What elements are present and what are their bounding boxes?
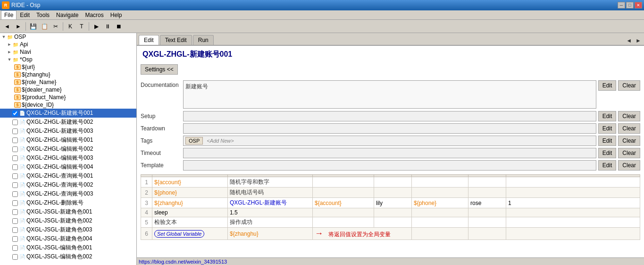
tab-edit[interactable]: Edit xyxy=(139,35,159,45)
template-edit-button[interactable]: Edit xyxy=(598,160,617,171)
tab-text-edit[interactable]: Text Edit xyxy=(160,35,192,45)
table-row[interactable]: 2 ${phone} 随机电话号码 xyxy=(141,188,640,198)
settings-button[interactable]: Settings << xyxy=(141,64,178,75)
test-checkbox-je002[interactable] xyxy=(12,254,18,260)
tree-test-001[interactable]: 📄 QXGL-ZHGL-新建账号001 xyxy=(0,109,136,118)
toggle-icon: ► xyxy=(7,49,12,55)
toolbar-pause[interactable]: ⏸ xyxy=(102,21,113,32)
tree-item-osp[interactable]: ▼ 📁 *Osp xyxy=(0,56,136,63)
menu-edit[interactable]: Edit xyxy=(17,10,33,20)
setup-input[interactable] xyxy=(183,111,596,121)
tree-test-jsgl002[interactable]: 📄 QXGL-JSGL-新建角色002 xyxy=(0,216,136,225)
test-checkbox-e004[interactable] xyxy=(12,164,18,170)
tree-item-api[interactable]: ► 📁 Api xyxy=(0,41,136,48)
test-icon: 📄 xyxy=(19,119,25,126)
setup-edit-button[interactable]: Edit xyxy=(598,111,617,121)
table-row[interactable]: 3 ${zhanghu} QXGL-ZHGL-新建账号 ${account} l… xyxy=(141,198,640,208)
test-checkbox-q002[interactable] xyxy=(12,182,18,188)
toolbar-copy[interactable]: 📋 xyxy=(39,21,50,32)
tab-nav-prev[interactable]: ◄ xyxy=(625,37,633,44)
test-checkbox-del[interactable] xyxy=(12,200,18,206)
timeout-clear-button[interactable]: Clear xyxy=(618,148,640,158)
test-checkbox-003[interactable] xyxy=(12,128,18,134)
tree-test-query002[interactable]: 📄 QXGL-ZHGL-查询账号002 xyxy=(0,180,136,189)
tree-test-jsgl-edit002[interactable]: 📄 QXGL-JSGL-编辑角色002 xyxy=(0,252,136,261)
table-row[interactable]: 6 Set Global Variable ${zhanghu} → 将返回值设… xyxy=(141,228,640,240)
tab-nav-next[interactable]: ► xyxy=(635,37,642,44)
tree-test-002[interactable]: 📄 QXGL-ZHGL-新建账号002 xyxy=(0,118,136,127)
row-keyword-3: ${zhanghu} xyxy=(152,198,228,208)
tree-var-role[interactable]: $ ${role_Name} xyxy=(0,78,136,86)
menu-file[interactable]: File xyxy=(1,10,17,20)
tab-run[interactable]: Run xyxy=(193,35,214,45)
test-checkbox-002[interactable] xyxy=(12,120,18,125)
tags-clear-button[interactable]: Clear xyxy=(618,136,640,146)
toolbar-cut[interactable]: ✂ xyxy=(50,21,61,32)
test-checkbox-e001[interactable] xyxy=(12,137,18,143)
tree-var-product[interactable]: $ ${product_Name} xyxy=(0,94,136,101)
tree-test-jsgl-edit001[interactable]: 📄 QXGL-JSGL-编辑角色001 xyxy=(0,243,136,252)
teardown-edit-button[interactable]: Edit xyxy=(598,123,617,134)
teardown-clear-button[interactable]: Clear xyxy=(618,123,640,134)
toolbar-run[interactable]: ▶ xyxy=(91,21,101,32)
tree-test-edit001[interactable]: 📄 QXGL-ZHGL-编辑账号001 xyxy=(0,136,136,145)
tree-var-device[interactable]: $ ${device_ID} xyxy=(0,101,136,109)
test-checkbox-j004[interactable] xyxy=(12,236,18,242)
tree-test-edit004[interactable]: 📄 QXGL-ZHGL-编辑账号004 xyxy=(0,162,136,171)
teardown-input[interactable] xyxy=(183,123,596,134)
timeout-edit-button[interactable]: Edit xyxy=(598,148,617,158)
tree-test-jsgl001[interactable]: 📄 QXGL-JSGL-新建角色001 xyxy=(0,207,136,216)
table-row[interactable]: 1 ${account} 随机字母和数字 xyxy=(141,177,640,188)
test-checkbox-q001[interactable] xyxy=(12,173,18,179)
table-row[interactable]: 4 sleep 1.5 xyxy=(141,208,640,217)
tree-label-url: ${url} xyxy=(22,64,35,70)
app-icon: R xyxy=(2,1,9,9)
tree-var-dealer[interactable]: $ ${dealer_name} xyxy=(0,86,136,94)
menu-help[interactable]: Help xyxy=(107,10,125,20)
tree-test-delete[interactable]: 📄 QXGL-ZHGL-删除账号 xyxy=(0,198,136,207)
maximize-button[interactable]: □ xyxy=(626,2,634,9)
menu-macros[interactable]: Macros xyxy=(82,10,107,20)
close-button[interactable]: ✕ xyxy=(635,2,642,9)
tree-test-jsgl004[interactable]: 📄 QXGL-JSGL-新建角色004 xyxy=(0,234,136,243)
tags-edit-button[interactable]: Edit xyxy=(598,136,617,146)
tree-test-jsgl003[interactable]: 📄 QXGL-JSGL-新建角色003 xyxy=(0,225,136,234)
tree-test-query001[interactable]: 📄 QXGL-ZHGL-查询账号001 xyxy=(0,171,136,180)
test-checkbox-q003[interactable] xyxy=(12,191,18,197)
doc-edit-button[interactable]: Edit xyxy=(598,80,617,91)
timeout-input[interactable] xyxy=(183,148,596,158)
test-checkbox-001[interactable] xyxy=(12,111,18,116)
menu-tools[interactable]: Tools xyxy=(33,10,53,20)
tree-test-query003[interactable]: 📄 QXGL-ZHGL-查询账号003 xyxy=(0,189,136,198)
tree-test-edit002[interactable]: 📄 QXGL-ZHGL-编辑账号002 xyxy=(0,145,136,154)
add-tag-input[interactable]: <Add New> xyxy=(207,138,234,144)
doc-clear-button[interactable]: Clear xyxy=(618,80,640,91)
tree-label-j004: QXGL-JSGL-新建角色004 xyxy=(26,235,92,243)
tree-test-003[interactable]: 📄 QXGL-ZHGL-新建账号003 xyxy=(0,127,136,136)
tree-root-osp[interactable]: ▼ 📁 OSP xyxy=(0,33,136,41)
toolbar-back[interactable]: ◄ xyxy=(2,21,12,32)
toolbar-stop[interactable]: ⏹ xyxy=(114,21,124,32)
test-checkbox-j001[interactable] xyxy=(12,209,18,215)
toolbar-t[interactable]: T xyxy=(76,21,87,32)
test-checkbox-je001[interactable] xyxy=(12,245,18,251)
tree-var-url[interactable]: $ ${url} xyxy=(0,63,136,71)
setup-clear-button[interactable]: Clear xyxy=(618,111,640,121)
table-row[interactable]: 5 检验文本 操作成功 xyxy=(141,217,640,228)
test-checkbox-e002[interactable] xyxy=(12,146,18,152)
status-bar: https://blog.csdn.net/weixin_34391513 xyxy=(137,257,644,265)
minimize-button[interactable]: ─ xyxy=(618,2,625,9)
tree-item-navi[interactable]: ► 📁 Navi xyxy=(0,48,136,56)
test-checkbox-j002[interactable] xyxy=(12,218,18,224)
test-checkbox-j003[interactable] xyxy=(12,227,18,233)
toolbar-save[interactable]: 💾 xyxy=(28,21,38,32)
template-clear-button[interactable]: Clear xyxy=(618,160,640,171)
template-input[interactable] xyxy=(183,160,596,171)
tree-test-edit003[interactable]: 📄 QXGL-ZHGL-编辑账号003 xyxy=(0,154,136,162)
toolbar-k[interactable]: K xyxy=(65,21,75,32)
tree-var-zhanghu[interactable]: $ ${zhanghu} xyxy=(0,71,136,78)
toolbar: ◄ ► 💾 📋 ✂ K T ▶ ⏸ ⏹ xyxy=(0,20,644,33)
menu-navigate[interactable]: Navigate xyxy=(53,10,82,20)
test-checkbox-e003[interactable] xyxy=(12,155,18,161)
toolbar-forward[interactable]: ► xyxy=(13,21,24,32)
